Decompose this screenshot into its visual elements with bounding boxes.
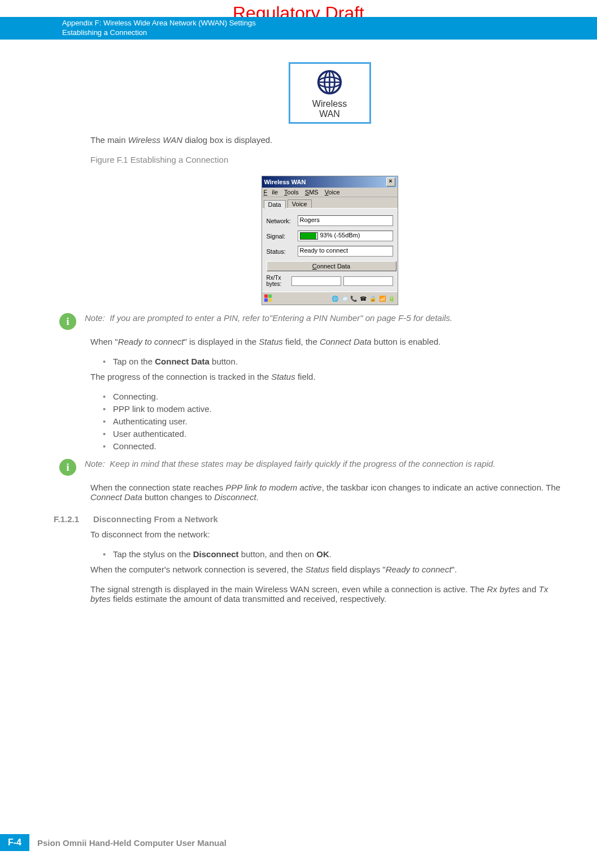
dialog-panel: Network: Rogers Signal: 93% (-55dBm) Sta…	[262, 208, 398, 292]
section-title: Disconnecting From a Network	[93, 514, 218, 524]
field-tx	[343, 276, 393, 286]
list-item: Tap the stylus on the Disconnect button,…	[103, 549, 569, 559]
text: .	[256, 492, 259, 502]
field-signal: 93% (-55dBm)	[298, 231, 393, 241]
field-rx	[291, 276, 341, 286]
text: Status	[271, 372, 295, 381]
text: Rx bytes	[487, 584, 520, 594]
text: OK	[316, 549, 329, 559]
list-item: PPP link to modem active.	[103, 404, 569, 414]
text: button changes to	[142, 492, 215, 502]
status-list: Connecting. PPP link to modem active. Au…	[90, 392, 569, 451]
dialog-menubar: File Tools SMS Voice	[262, 188, 398, 197]
label-signal: Signal:	[267, 233, 298, 240]
signal-value: 93% (-55dBm)	[320, 232, 360, 238]
list-item: User authenticated.	[103, 429, 569, 439]
connect-data-button[interactable]: Connect Data	[267, 261, 396, 271]
note-body: If you are prompted to enter a PIN, refe…	[110, 313, 452, 323]
paragraph-ready: When "Ready to connect" is displayed in …	[90, 337, 569, 346]
text: Connect Data	[155, 357, 210, 366]
wireless-wan-icon[interactable]: Wireless WAN	[289, 62, 371, 124]
start-icon[interactable]	[264, 294, 273, 303]
info-icon: i	[59, 313, 76, 330]
text: , the taskbar icon changes to indicate a…	[322, 483, 561, 492]
list-item: Tap on the Connect Data button.	[103, 357, 569, 366]
menu-file[interactable]: File	[264, 189, 278, 196]
wwan-icon-label: Wireless WAN	[290, 99, 369, 119]
text: button.	[210, 357, 238, 366]
label-status: Status:	[267, 248, 298, 255]
paragraph-disconnect-intro: To disconnect from the network:	[90, 530, 569, 539]
text: Wireless WAN	[128, 135, 182, 145]
text: field.	[295, 372, 316, 381]
field-status: Ready to connect	[298, 246, 393, 257]
header-line1: Appendix F: Wireless Wide Area Network (…	[62, 19, 597, 28]
wwan-label-1: Wireless	[312, 99, 347, 108]
text: Ready to connect	[386, 565, 452, 574]
text: Disconnect	[193, 549, 239, 559]
text: button, and then on	[239, 549, 317, 559]
page-header: Appendix F: Wireless Wide Area Network (…	[0, 17, 597, 40]
text: ".	[451, 565, 457, 574]
info-icon: i	[59, 459, 76, 476]
dialog-tabs: Data Voice	[262, 197, 398, 208]
text: .	[329, 549, 332, 559]
text: dialog box is displayed.	[182, 135, 272, 145]
text: The main	[90, 135, 128, 145]
note-body: Keep in mind that these states may be di…	[110, 459, 495, 468]
paragraph-signal: The signal strength is displayed in the …	[90, 584, 569, 604]
instruction-list-1: Tap on the Connect Data button.	[90, 357, 569, 366]
tab-data[interactable]: Data	[264, 200, 286, 209]
text: The signal strength is displayed in the …	[90, 584, 487, 594]
text: Tap on the	[113, 357, 155, 366]
text: " is displayed in the	[184, 337, 259, 346]
menu-voice[interactable]: Voice	[325, 189, 340, 196]
text: fields estimate the amount of data trans…	[111, 594, 386, 604]
text: Connect Data	[320, 337, 372, 346]
label-network: Network:	[267, 218, 298, 224]
wwan-label-2: WAN	[319, 109, 340, 119]
dialog-title: Wireless WAN	[264, 179, 306, 185]
paragraph-severed: When the computer's network connection i…	[90, 565, 569, 574]
menu-sms[interactable]: SMS	[305, 189, 319, 196]
section-heading: F.1.2.1 Disconnecting From a Network	[54, 514, 569, 524]
manual-title: Psion Omnii Hand-Held Computer User Manu…	[37, 838, 226, 848]
section-number: F.1.2.1	[54, 514, 79, 524]
svg-rect-7	[264, 298, 268, 302]
text: PPP link to modem active	[225, 483, 321, 492]
text: Status	[306, 565, 330, 574]
signal-bar-icon	[300, 232, 318, 240]
text: field, the	[283, 337, 320, 346]
header-line2: Establishing a Connection	[62, 28, 597, 38]
system-tray: 🌐 📨 📞 ☎ 🔒 📶 🔋	[332, 296, 396, 302]
page-number: F-4	[0, 834, 29, 851]
paragraph-intro: The main Wireless WAN dialog box is disp…	[90, 135, 569, 145]
tab-voice[interactable]: Voice	[287, 199, 312, 208]
wireless-wan-dialog: Wireless WAN × File Tools SMS Voice Data…	[262, 176, 398, 305]
text: The progress of the connection is tracke…	[90, 372, 271, 381]
dialog-titlebar: Wireless WAN ×	[262, 176, 398, 188]
figure-caption: Figure F.1 Establishing a Connection	[90, 155, 569, 164]
text: When "	[90, 337, 118, 346]
instruction-list-2: Tap the stylus on the Disconnect button,…	[90, 549, 569, 559]
paragraph-pppactive: When the connection state reaches PPP li…	[90, 483, 569, 502]
list-item: Authenticating user.	[103, 416, 569, 426]
svg-rect-8	[268, 298, 272, 302]
paragraph-progress: The progress of the connection is tracke…	[90, 372, 569, 381]
text: Disconnect	[214, 492, 256, 502]
close-icon[interactable]: ×	[386, 177, 395, 186]
text: Connect Data	[90, 492, 142, 502]
text: Status	[259, 337, 283, 346]
text: When the connection state reaches	[90, 483, 225, 492]
menu-tools[interactable]: Tools	[284, 189, 299, 196]
svg-rect-5	[264, 294, 268, 298]
text: Tap the stylus on the	[113, 549, 193, 559]
label-rxtx: Rx/Tx bytes:	[267, 275, 289, 287]
text: button is enabled.	[372, 337, 441, 346]
svg-rect-6	[268, 294, 272, 298]
text: When the computer's network connection i…	[90, 565, 306, 574]
note-1: i Note: If you are prompted to enter a P…	[59, 313, 569, 330]
page-content: Wireless WAN The main Wireless WAN dialo…	[90, 57, 569, 614]
field-network: Rogers	[298, 215, 393, 226]
list-item: Connecting.	[103, 392, 569, 401]
